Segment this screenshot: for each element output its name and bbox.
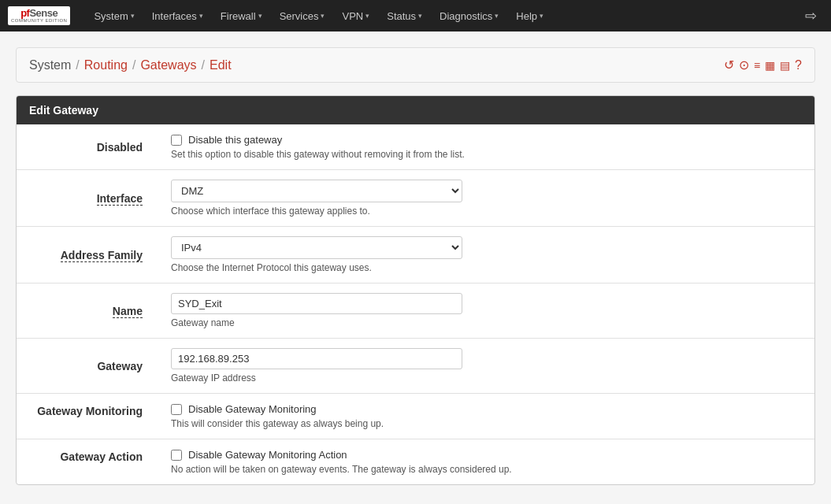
- chevron-down-icon: ▾: [540, 12, 543, 20]
- nav-right: ⇨: [799, 2, 823, 29]
- refresh-icon[interactable]: ↺: [724, 57, 734, 72]
- label-address-family: Address Family: [17, 227, 158, 284]
- breadcrumb-routing[interactable]: Routing: [84, 58, 128, 72]
- row-gateway-action: Gateway Action Disable Gateway Monitorin…: [17, 439, 814, 485]
- target-icon[interactable]: ⊙: [739, 57, 749, 72]
- checkbox-gateway-action[interactable]: [171, 450, 182, 461]
- breadcrumb-gateways[interactable]: Gateways: [140, 58, 196, 72]
- logout-icon[interactable]: ⇨: [799, 2, 823, 29]
- chevron-down-icon: ▾: [131, 12, 135, 20]
- chevron-down-icon: ▾: [258, 12, 262, 20]
- input-gateway[interactable]: [171, 348, 462, 369]
- breadcrumb-sep-1: /: [76, 58, 79, 72]
- row-gateway: Gateway Gateway IP address: [17, 339, 814, 394]
- checkbox-gateway-monitoring-label[interactable]: Disable Gateway Monitoring: [188, 403, 317, 415]
- cell-gateway-action: Disable Gateway Monitoring Action No act…: [158, 439, 814, 485]
- nav-item-status[interactable]: Status ▾: [379, 6, 430, 27]
- label-gateway-monitoring: Gateway Monitoring: [17, 394, 158, 439]
- nav-item-help[interactable]: Help ▾: [508, 6, 551, 27]
- cell-gateway: Gateway IP address: [158, 339, 814, 394]
- nav-item-interfaces[interactable]: Interfaces ▾: [144, 6, 211, 27]
- label-disabled: Disabled: [17, 124, 158, 170]
- settings-icon[interactable]: ≡: [754, 59, 760, 72]
- help-text-disabled: Set this option to disable this gateway …: [171, 149, 802, 160]
- cell-disabled: Disable this gateway Set this option to …: [158, 124, 814, 170]
- help-text-address-family: Choose the Internet Protocol this gatewa…: [171, 262, 802, 273]
- chevron-down-icon: ▾: [321, 12, 325, 20]
- help-text-interface: Choose which interface this gateway appl…: [171, 206, 802, 217]
- select-address-family[interactable]: IPv4 IPv6: [171, 236, 462, 259]
- label-interface: Interface: [17, 170, 158, 227]
- nav-item-system[interactable]: System ▾: [86, 6, 142, 27]
- help-text-name: Gateway name: [171, 317, 802, 328]
- navbar: pfSense COMMUNITY EDITION System ▾ Inter…: [0, 0, 831, 32]
- row-address-family: Address Family IPv4 IPv6 Choose the Inte…: [17, 227, 814, 284]
- input-name[interactable]: [171, 293, 462, 314]
- checkbox-disabled-label[interactable]: Disable this gateway: [188, 134, 282, 146]
- help-text-gateway-action: No action will be taken on gateway event…: [171, 464, 802, 475]
- chevron-down-icon: ▾: [365, 12, 369, 20]
- breadcrumb-panel: System / Routing / Gateways / Edit ↺ ⊙ ≡…: [16, 47, 815, 83]
- breadcrumb: System / Routing / Gateways / Edit: [29, 58, 232, 72]
- checkbox-gateway-monitoring[interactable]: [171, 404, 182, 415]
- checkbox-gateway-action-label[interactable]: Disable Gateway Monitoring Action: [188, 449, 347, 461]
- cell-gateway-monitoring: Disable Gateway Monitoring This will con…: [158, 394, 814, 439]
- breadcrumb-system: System: [29, 58, 71, 72]
- toolbar-icons: ↺ ⊙ ≡ ▦ ▤ ?: [724, 57, 802, 72]
- checkbox-disabled[interactable]: [171, 135, 182, 146]
- logo-edition: COMMUNITY EDITION: [11, 18, 67, 24]
- help-icon[interactable]: ?: [795, 58, 802, 72]
- edit-gateway-card: Edit Gateway Disabled Disable this gatew…: [16, 95, 815, 485]
- help-text-gateway: Gateway IP address: [171, 372, 802, 384]
- nav-item-firewall[interactable]: Firewall ▾: [213, 6, 270, 27]
- row-interface: Interface DMZ WAN LAN Choose which inter…: [17, 170, 814, 227]
- main-content: System / Routing / Gateways / Edit ↺ ⊙ ≡…: [0, 32, 831, 501]
- nav-item-vpn[interactable]: VPN ▾: [334, 6, 377, 27]
- row-gateway-monitoring: Gateway Monitoring Disable Gateway Monit…: [17, 394, 814, 439]
- form-table: Disabled Disable this gateway Set this o…: [17, 124, 814, 484]
- nav-menu: System ▾ Interfaces ▾ Firewall ▾ Service…: [86, 6, 799, 27]
- chart-icon[interactable]: ▦: [765, 59, 775, 72]
- cell-address-family: IPv4 IPv6 Choose the Internet Protocol t…: [158, 227, 814, 284]
- breadcrumb-edit[interactable]: Edit: [210, 58, 232, 72]
- chevron-down-icon: ▾: [199, 12, 203, 20]
- row-disabled: Disabled Disable this gateway Set this o…: [17, 124, 814, 170]
- chevron-down-icon: ▾: [418, 12, 422, 20]
- nav-item-diagnostics[interactable]: Diagnostics ▾: [432, 6, 506, 27]
- cell-interface: DMZ WAN LAN Choose which interface this …: [158, 170, 814, 227]
- label-gateway-action: Gateway Action: [17, 439, 158, 485]
- brand-logo[interactable]: pfSense COMMUNITY EDITION: [8, 6, 70, 25]
- chevron-down-icon: ▾: [495, 12, 499, 20]
- help-text-gateway-monitoring: This will consider this gateway as alway…: [171, 418, 802, 429]
- row-name: Name Gateway name: [17, 284, 814, 339]
- breadcrumb-sep-3: /: [202, 58, 205, 72]
- select-interface[interactable]: DMZ WAN LAN: [171, 180, 462, 202]
- logo-text: pfSense: [20, 8, 58, 18]
- nav-item-services[interactable]: Services ▾: [272, 6, 333, 27]
- label-name: Name: [17, 284, 158, 339]
- breadcrumb-sep-2: /: [132, 58, 135, 72]
- cell-name: Gateway name: [158, 284, 814, 339]
- form-card-title: Edit Gateway: [17, 96, 814, 124]
- label-gateway: Gateway: [17, 339, 158, 394]
- list-icon[interactable]: ▤: [780, 59, 790, 72]
